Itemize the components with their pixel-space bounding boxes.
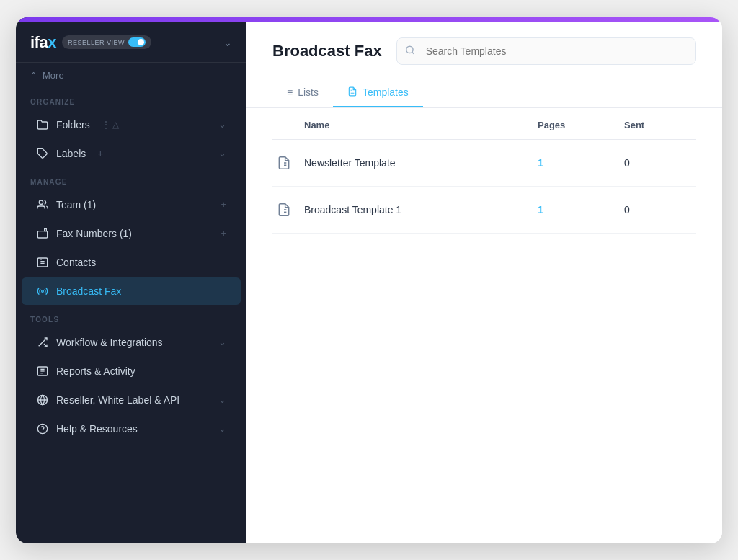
col-header-name: Name (272, 120, 523, 130)
logo: ifax (30, 33, 56, 52)
workflow-chevron: ⌄ (218, 337, 226, 347)
sidebar: ifax RESELLER VIEW ⌄ ⌃ More ORGANIZE (16, 17, 246, 543)
tab-lists-label: Lists (298, 86, 319, 98)
section-tools: TOOLS (16, 306, 246, 328)
team-plus-icon[interactable]: + (221, 199, 226, 210)
reseller-left: Reseller, White Label & API (36, 394, 179, 406)
sidebar-item-more[interactable]: ⌃ More (16, 63, 246, 88)
broadcast-icon (36, 285, 49, 298)
reseller-label: RESELLER VIEW (68, 39, 125, 46)
fax-icon (36, 227, 49, 240)
team-left: Team (1) (36, 198, 96, 211)
workflow-icon (36, 336, 49, 349)
workflow-left: Workflow & Integrations (36, 336, 163, 349)
sidebar-item-workflow[interactable]: Workflow & Integrations ⌄ (22, 329, 241, 356)
workflow-label: Workflow & Integrations (56, 337, 163, 348)
broadcast-fax-left: Broadcast Fax (36, 285, 121, 298)
row-name-1: Newsletter Template (272, 151, 523, 174)
svg-point-0 (39, 200, 43, 204)
svg-line-19 (412, 52, 414, 54)
tab-templates[interactable]: Templates (333, 79, 423, 107)
search-box (396, 37, 696, 65)
header-chevron-icon[interactable]: ⌄ (223, 37, 232, 48)
team-label: Team (1) (56, 199, 96, 210)
app-container: ifax RESELLER VIEW ⌄ ⌃ More ORGANIZE (16, 17, 722, 543)
labels-plus-icon[interactable]: + (97, 148, 103, 159)
contacts-left: Contacts (36, 256, 96, 269)
reports-icon (36, 365, 49, 378)
table-area: Name Pages Sent (246, 108, 722, 543)
reseller-badge[interactable]: RESELLER VIEW (62, 35, 151, 49)
sidebar-item-labels[interactable]: Labels + ⌄ (22, 140, 241, 167)
row-template-name-2: Broadcast Template 1 (304, 204, 401, 215)
chevron-up-icon: ⌃ (30, 71, 37, 80)
reseller-toggle[interactable] (128, 37, 146, 47)
help-chevron: ⌄ (218, 423, 226, 434)
search-icon (405, 45, 415, 57)
table-row[interactable]: Newsletter Template 1 0 (272, 140, 696, 187)
svg-rect-1 (37, 231, 47, 237)
tab-lists[interactable]: ≡ Lists (272, 79, 333, 107)
page-title: Broadcast Fax (272, 42, 382, 61)
labels-chevron: ⌄ (218, 148, 226, 159)
team-icon (36, 198, 49, 211)
sidebar-item-folders[interactable]: Folders ⋮ △ ⌄ (22, 111, 241, 138)
row-name-2: Broadcast Template 1 (272, 198, 523, 221)
folders-chevron: ⌄ (218, 119, 226, 130)
search-input[interactable] (396, 37, 696, 65)
header-top: Broadcast Fax (272, 37, 696, 65)
section-organize: ORGANIZE (16, 88, 246, 110)
sidebar-item-reseller[interactable]: Reseller, White Label & API ⌄ (22, 386, 241, 414)
content-header: Broadcast Fax ≡ Lists (246, 17, 722, 108)
labels-label: Labels (56, 148, 86, 159)
contacts-icon (36, 256, 49, 269)
broadcast-fax-label: Broadcast Fax (56, 285, 121, 297)
section-manage: MANAGE (16, 168, 246, 190)
doc-icon-2 (272, 198, 295, 221)
col-header-sent: Sent (610, 120, 696, 130)
sidebar-item-broadcast-fax[interactable]: Broadcast Fax (22, 277, 241, 305)
contacts-label: Contacts (56, 257, 96, 268)
svg-rect-3 (37, 258, 47, 267)
help-left: Help & Resources (36, 422, 138, 435)
help-icon (36, 422, 49, 435)
globe-icon (36, 394, 49, 406)
reseller-nav-label: Reseller, White Label & API (56, 394, 179, 406)
reports-label: Reports & Activity (56, 365, 135, 377)
main-content: Broadcast Fax ≡ Lists (246, 17, 722, 543)
row-sent-1: 0 (610, 157, 696, 169)
folder-icon (36, 118, 49, 131)
lists-icon: ≡ (287, 86, 293, 98)
fax-numbers-left: Fax Numbers (1) (36, 227, 132, 240)
folders-left: Folders ⋮ △ (36, 118, 119, 131)
tab-templates-label: Templates (363, 86, 409, 98)
folders-label: Folders (56, 119, 90, 130)
reports-left: Reports & Activity (36, 365, 135, 378)
sidebar-item-contacts[interactable]: Contacts (22, 249, 241, 276)
sidebar-item-team[interactable]: Team (1) + (22, 191, 241, 218)
row-pages-1: 1 (523, 157, 610, 169)
doc-icon-1 (272, 151, 295, 174)
label-icon (36, 147, 49, 160)
fax-numbers-label: Fax Numbers (1) (56, 228, 132, 239)
labels-left: Labels + (36, 147, 103, 160)
fax-numbers-plus-icon[interactable]: + (221, 228, 226, 239)
sidebar-header: ifax RESELLER VIEW ⌄ (16, 22, 246, 63)
tabs-row: ≡ Lists Templates (272, 79, 696, 107)
row-pages-2: 1 (523, 204, 610, 215)
folder-extra-icons: ⋮ △ (102, 120, 119, 130)
more-label: More (43, 70, 64, 81)
table-row[interactable]: Broadcast Template 1 1 0 (272, 187, 696, 234)
table-header: Name Pages Sent (272, 108, 696, 140)
row-template-name-1: Newsletter Template (304, 157, 396, 169)
col-header-pages: Pages (523, 120, 610, 130)
svg-point-18 (406, 46, 412, 53)
templates-icon (347, 86, 357, 99)
row-sent-2: 0 (610, 204, 696, 215)
logo-area: ifax RESELLER VIEW (30, 33, 151, 52)
sidebar-item-help[interactable]: Help & Resources ⌄ (22, 415, 241, 443)
sidebar-item-reports[interactable]: Reports & Activity (22, 357, 241, 385)
logo-accent: x (48, 33, 56, 51)
sidebar-item-fax-numbers[interactable]: Fax Numbers (1) + (22, 220, 241, 247)
svg-point-7 (42, 290, 44, 292)
